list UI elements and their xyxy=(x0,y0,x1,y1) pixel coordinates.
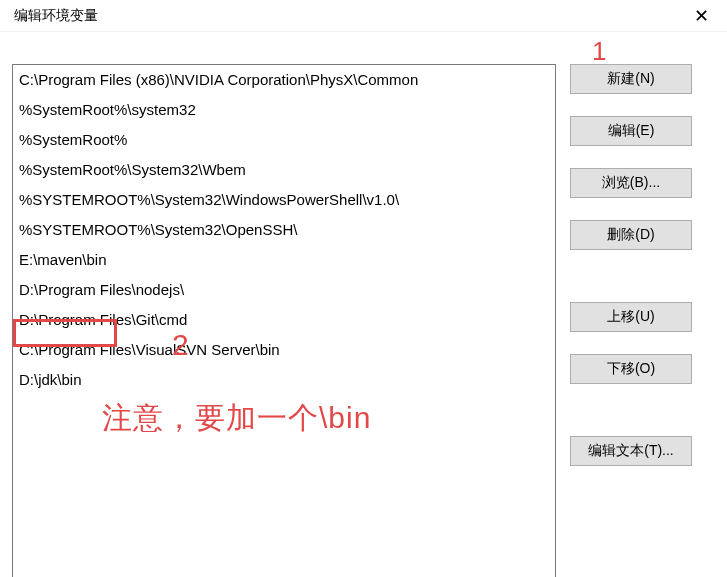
new-button[interactable]: 新建(N) xyxy=(570,64,692,94)
delete-button[interactable]: 删除(D) xyxy=(570,220,692,250)
title-bar: 编辑环境变量 ✕ xyxy=(0,0,727,32)
list-item[interactable]: C:\Program Files\VisualSVN Server\bin xyxy=(13,335,555,365)
list-item[interactable]: D:\jdk\bin xyxy=(13,365,555,395)
list-item[interactable]: %SystemRoot%\System32\Wbem xyxy=(13,155,555,185)
button-panel: 新建(N) 编辑(E) 浏览(B)... 删除(D) 上移(U) 下移(O) 编… xyxy=(570,64,700,565)
window-title: 编辑环境变量 xyxy=(14,7,98,25)
edit-text-button[interactable]: 编辑文本(T)... xyxy=(570,436,692,466)
list-item[interactable]: D:\Program Files\nodejs\ xyxy=(13,275,555,305)
edit-button[interactable]: 编辑(E) xyxy=(570,116,692,146)
move-up-button[interactable]: 上移(U) xyxy=(570,302,692,332)
content-area: C:\Program Files (x86)\NVIDIA Corporatio… xyxy=(0,32,727,577)
list-item[interactable]: %SystemRoot%\system32 xyxy=(13,95,555,125)
list-item[interactable]: E:\maven\bin xyxy=(13,245,555,275)
list-item[interactable]: %SystemRoot% xyxy=(13,125,555,155)
list-item[interactable]: C:\Program Files (x86)\NVIDIA Corporatio… xyxy=(13,65,555,95)
browse-button[interactable]: 浏览(B)... xyxy=(570,168,692,198)
path-list[interactable]: C:\Program Files (x86)\NVIDIA Corporatio… xyxy=(12,64,556,577)
list-item[interactable]: D:\Program Files\Git\cmd xyxy=(13,305,555,335)
list-item[interactable]: %SYSTEMROOT%\System32\OpenSSH\ xyxy=(13,215,555,245)
list-item[interactable]: %SYSTEMROOT%\System32\WindowsPowerShell\… xyxy=(13,185,555,215)
move-down-button[interactable]: 下移(O) xyxy=(570,354,692,384)
close-icon[interactable]: ✕ xyxy=(685,0,717,32)
